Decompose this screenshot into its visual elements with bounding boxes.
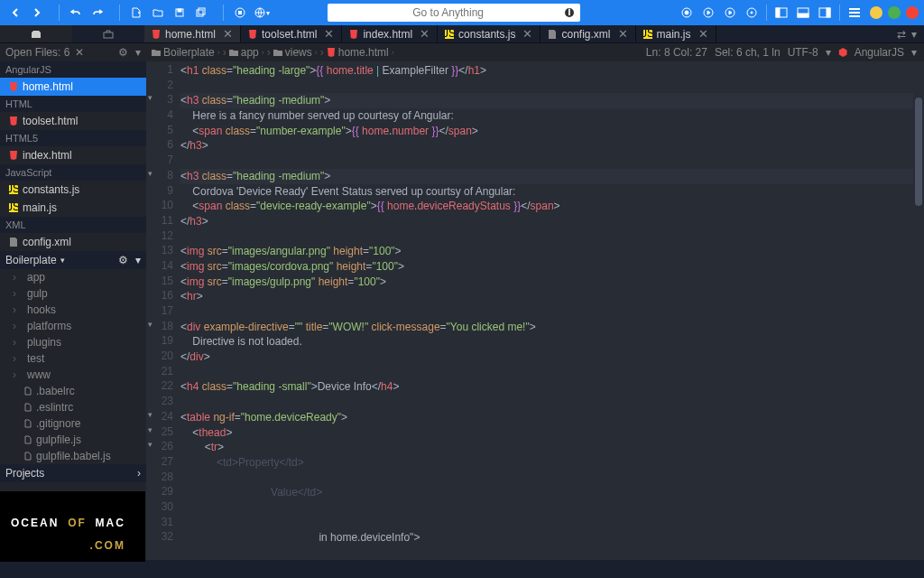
code-line[interactable]: <img src="images/cordova.png" height="10…: [180, 259, 913, 275]
record-macro-button[interactable]: [677, 4, 697, 22]
sidebar-file-item[interactable]: toolset.html: [0, 112, 146, 130]
code-line[interactable]: <h1 class="heading -large">{{ home.title…: [180, 63, 913, 79]
line-number[interactable]: 30: [146, 500, 180, 516]
close-all-icon[interactable]: ✕: [75, 46, 84, 59]
tab-home-html[interactable]: home.html✕: [144, 25, 241, 42]
code-line[interactable]: <img src="images/angular.png" height="10…: [180, 244, 913, 259]
play-macro-button[interactable]: [698, 4, 718, 22]
new-file-button[interactable]: [126, 4, 146, 22]
line-number[interactable]: 19: [146, 334, 180, 350]
fold-icon[interactable]: ▾: [148, 440, 152, 449]
tab-main-js[interactable]: JSmain.js✕: [636, 25, 716, 42]
code-line[interactable]: <div example-directive="" title="WOW!" c…: [180, 320, 913, 335]
line-number[interactable]: 20: [146, 350, 180, 365]
line-number[interactable]: ▾3: [146, 93, 180, 108]
search-input[interactable]: [333, 6, 564, 19]
breadcrumb-item[interactable]: Boilerplate ›: [152, 46, 220, 59]
window-maximize-button[interactable]: [888, 6, 901, 19]
line-number[interactable]: 13: [146, 244, 180, 259]
menu-button[interactable]: [845, 4, 864, 22]
line-number[interactable]: 4: [146, 108, 180, 124]
sidebar-file-item[interactable]: JSconstants.js: [0, 181, 146, 199]
sidebar-group-header[interactable]: JavaScript: [0, 164, 146, 181]
code-line[interactable]: <tr>: [180, 440, 913, 455]
code-line[interactable]: <table ng-if="home.deviceReady">: [180, 410, 913, 425]
breadcrumb-item[interactable]: home.html ›: [327, 46, 394, 59]
tab-close-icon[interactable]: ✕: [324, 27, 334, 41]
scrollbar-thumb[interactable]: [915, 98, 922, 206]
project-header[interactable]: Boilerplate▾⚙▾: [0, 251, 146, 269]
code-line[interactable]: [180, 471, 913, 486]
tree-item[interactable]: ›app: [0, 269, 146, 285]
fold-icon[interactable]: ▾: [148, 425, 152, 434]
tab-toolset-html[interactable]: toolset.html✕: [241, 25, 342, 42]
line-number[interactable]: 12: [146, 229, 180, 245]
line-number[interactable]: 23: [146, 395, 180, 410]
sidebar-file-item[interactable]: JSmain.js: [0, 199, 146, 217]
line-number[interactable]: 22: [146, 379, 180, 395]
places-panel-tab[interactable]: [0, 25, 72, 42]
breadcrumb-item[interactable]: app ›: [229, 46, 264, 59]
open-files-header[interactable]: Open Files: 6 ✕ ⚙ ▾: [0, 46, 146, 59]
sidebar-group-header[interactable]: XML: [0, 217, 146, 233]
toolbox-panel-tab[interactable]: [72, 25, 144, 42]
sidebar-group-header[interactable]: HTML5: [0, 130, 146, 146]
code-line[interactable]: [180, 79, 913, 94]
tabs-overflow-icon[interactable]: ⇄: [897, 28, 906, 41]
code-line[interactable]: <span class="number-example">{{ home.num…: [180, 124, 913, 139]
line-number[interactable]: ▾26: [146, 440, 180, 455]
code-editor[interactable]: 12▾34567▾891011121314151617▾181920212223…: [146, 61, 924, 560]
tab-close-icon[interactable]: ✕: [522, 27, 532, 41]
code-line[interactable]: <h4 class="heading -small">Device Info</…: [180, 379, 913, 395]
save-all-button[interactable]: [191, 4, 211, 22]
line-number[interactable]: 6: [146, 138, 180, 154]
code-line[interactable]: <td>Property</td>: [180, 455, 913, 471]
line-number[interactable]: 16: [146, 289, 180, 304]
tree-item[interactable]: .gitignore: [0, 415, 146, 432]
code-line[interactable]: Cordova 'Device Ready' Event Status serv…: [180, 184, 913, 200]
gear-icon[interactable]: ⚙: [118, 254, 128, 266]
cursor-position[interactable]: Ln: 8 Col: 27: [646, 46, 707, 59]
line-number[interactable]: 9: [146, 184, 180, 200]
line-number[interactable]: ▾18: [146, 320, 180, 335]
stop-button[interactable]: [230, 4, 250, 22]
sidebar-file-item[interactable]: index.html: [0, 146, 146, 164]
code-line[interactable]: Directive is not loaded.: [180, 334, 913, 350]
code-line[interactable]: [180, 365, 913, 380]
collapse-icon[interactable]: ▾: [135, 254, 141, 266]
tree-item[interactable]: .babelrc: [0, 383, 146, 399]
line-number[interactable]: 1: [146, 63, 180, 79]
line-number[interactable]: 21: [146, 365, 180, 380]
editor-scrollbar[interactable]: [913, 61, 924, 560]
line-number[interactable]: 2: [146, 79, 180, 94]
line-number[interactable]: 27: [146, 455, 180, 471]
code-line[interactable]: [180, 395, 913, 410]
line-number[interactable]: 14: [146, 259, 180, 275]
line-number[interactable]: 7: [146, 154, 180, 169]
encoding[interactable]: UTF-8: [788, 46, 818, 59]
code-line[interactable]: [180, 304, 913, 320]
line-number[interactable]: 28: [146, 471, 180, 486]
line-number[interactable]: 31: [146, 516, 180, 531]
tree-item[interactable]: ›hooks: [0, 302, 146, 318]
tree-item[interactable]: ›test: [0, 350, 146, 367]
fold-icon[interactable]: ▾: [148, 93, 152, 102]
tab-close-icon[interactable]: ✕: [420, 27, 430, 41]
selection-info[interactable]: Sel: 6 ch, 1 ln: [715, 46, 781, 59]
line-number[interactable]: 11: [146, 214, 180, 229]
tab-config-xml[interactable]: config.xml✕: [541, 25, 635, 42]
tab-close-icon[interactable]: ✕: [698, 27, 708, 41]
save-button[interactable]: [170, 4, 189, 22]
sidebar-group-header[interactable]: HTML: [0, 96, 146, 112]
line-number[interactable]: 32: [146, 530, 180, 545]
undo-button[interactable]: [66, 4, 86, 22]
code-line[interactable]: </h3>: [180, 214, 913, 229]
open-files-collapse-icon[interactable]: ▾: [135, 46, 141, 59]
language-mode[interactable]: AngularJS: [855, 46, 904, 59]
browser-preview-button[interactable]: ▾: [252, 4, 272, 22]
line-number[interactable]: 5: [146, 124, 180, 139]
language-dropdown-icon[interactable]: ▾: [911, 46, 917, 59]
bottom-pane-toggle[interactable]: [793, 4, 813, 22]
fold-icon[interactable]: ▾: [148, 410, 152, 419]
line-number[interactable]: 17: [146, 304, 180, 320]
